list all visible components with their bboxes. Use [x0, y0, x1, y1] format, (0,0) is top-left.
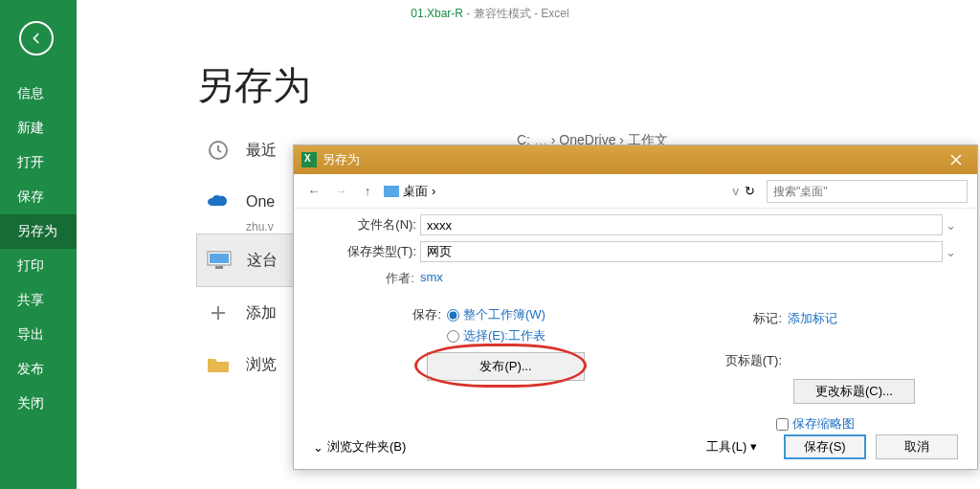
sidebar-item-5[interactable]: 打印	[0, 249, 77, 283]
pc-icon	[205, 246, 234, 275]
doc-name: 01.Xbar-R	[411, 7, 463, 20]
app-name: Excel	[541, 7, 568, 20]
refresh-button[interactable]: ↻	[745, 184, 755, 198]
page-title: 另存为	[196, 59, 311, 112]
location-label: 最近	[246, 141, 277, 161]
clock-icon	[204, 136, 233, 165]
publish-button[interactable]: 发布(P)...	[427, 352, 585, 381]
save-thumbnail-label[interactable]: 保存缩略图	[792, 415, 855, 433]
window-title: 01.Xbar-R - 兼容性模式 - Excel	[0, 0, 980, 24]
location-label: 这台	[247, 251, 278, 271]
sidebar-item-7[interactable]: 导出	[0, 318, 77, 352]
plus-icon	[204, 299, 233, 327]
location-label: 添加	[246, 303, 277, 323]
dialog-title: 另存为	[323, 151, 360, 168]
excel-icon	[301, 152, 317, 167]
sidebar-item-0[interactable]: 信息	[0, 77, 77, 111]
close-icon	[950, 154, 962, 166]
radio-selection[interactable]: 选择(E):工作表	[447, 327, 546, 345]
filename-drop[interactable]: ⌄	[943, 218, 958, 233]
nav-path[interactable]: 桌面 ›	[384, 183, 727, 200]
filetype-drop[interactable]: ⌄	[943, 245, 958, 259]
sidebar-item-4[interactable]: 另存为	[0, 214, 77, 249]
filetype-field[interactable]: 网页	[420, 241, 943, 262]
location-label: One	[246, 193, 275, 211]
sidebar-item-1[interactable]: 新建	[0, 111, 77, 145]
back-button[interactable]	[19, 21, 54, 56]
onedrive-icon	[204, 188, 233, 216]
svg-rect-3	[215, 266, 223, 269]
dialog-nav-bar: ← → ↑ 桌面 › v ↻	[294, 174, 977, 209]
location-label: 浏览	[246, 355, 277, 375]
compat-mode: 兼容性模式	[474, 7, 531, 20]
sidebar-item-9[interactable]: 关闭	[0, 387, 77, 421]
close-button[interactable]	[934, 145, 977, 174]
sidebar-item-3[interactable]: 保存	[0, 180, 77, 214]
sidebar-item-6[interactable]: 共享	[0, 283, 77, 318]
tag-value[interactable]: 添加标记	[788, 310, 837, 327]
nav-forward-button[interactable]: →	[330, 181, 351, 202]
save-scope-label: 保存:	[313, 306, 447, 345]
author-label: 作者:	[313, 270, 420, 287]
search-input[interactable]	[767, 180, 968, 203]
sidebar-item-2[interactable]: 打开	[0, 145, 77, 180]
change-title-button[interactable]: 更改标题(C)...	[793, 379, 915, 404]
sidebar-item-8[interactable]: 发布	[0, 352, 77, 387]
chevron-right-icon: ›	[432, 184, 435, 198]
nav-location-label: 桌面	[403, 183, 428, 200]
filename-field[interactable]: xxxx	[420, 214, 943, 235]
save-as-dialog: 另存为 ← → ↑ 桌面 › v ↻ 文件名(N): xxxx ⌄ 保存类型(T…	[293, 144, 978, 470]
page-title-label: 页标题(T):	[723, 352, 788, 369]
tools-dropdown[interactable]: 工具(L) ▾	[706, 438, 757, 456]
dialog-titlebar[interactable]: 另存为	[294, 145, 977, 174]
save-thumbnail-checkbox[interactable]	[776, 418, 789, 431]
chevron-down-icon: ⌄	[313, 440, 323, 455]
browse-folders-toggle[interactable]: ⌄ 浏览文件夹(B)	[313, 438, 406, 456]
backstage-sidebar: 信息新建打开保存另存为打印共享导出发布关闭	[0, 0, 77, 489]
cancel-button[interactable]: 取消	[876, 434, 958, 459]
filename-label: 文件名(N):	[313, 216, 420, 233]
arrow-left-icon	[28, 30, 45, 47]
author-value[interactable]: smx	[420, 270, 443, 287]
save-button[interactable]: 保存(S)	[784, 434, 866, 459]
svg-rect-2	[210, 254, 229, 263]
nav-back-button[interactable]: ←	[303, 181, 324, 202]
folder-icon	[384, 186, 399, 197]
filetype-label: 保存类型(T):	[313, 243, 420, 260]
tag-label: 标记:	[723, 310, 788, 327]
folder-icon	[204, 350, 233, 379]
nav-up-button[interactable]: ↑	[357, 181, 378, 202]
radio-entire-workbook[interactable]: 整个工作簿(W)	[447, 306, 546, 323]
